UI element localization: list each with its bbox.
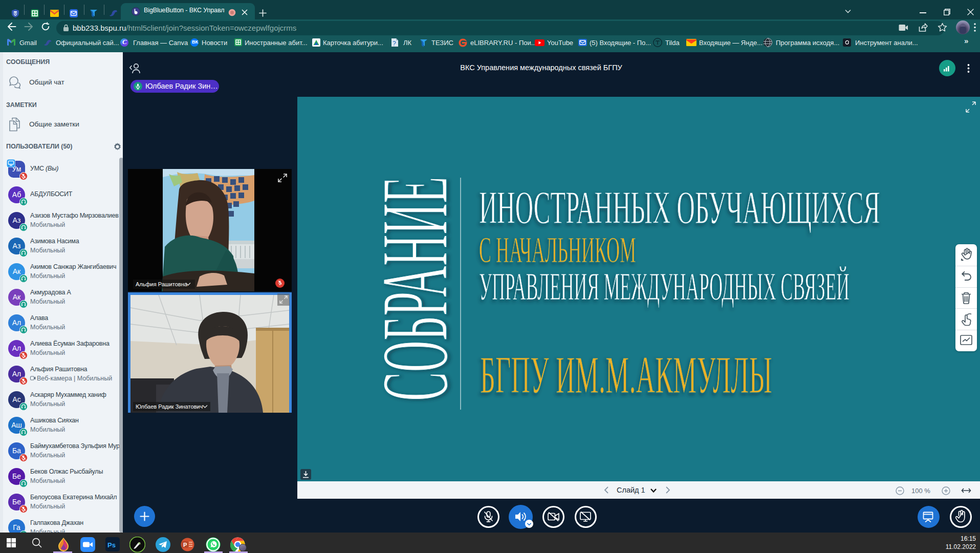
svg-text:P: P [183, 542, 187, 548]
svg-text:УПРАВЛЕНИЯ МЕЖДУНАРОДНЫХ СВЯЗЕ: УПРАВЛЕНИЯ МЕЖДУНАРОДНЫХ СВЯЗЕЙ [479, 265, 850, 308]
svg-text:Ps: Ps [107, 541, 116, 549]
svg-text:ИНОСТРАННЫХ ОБУЧАЮЩИХСЯ: ИНОСТРАННЫХ ОБУЧАЮЩИХСЯ [479, 182, 880, 233]
svg-text:БГПУ ИМ.М.АКМУЛЛЫ: БГПУ ИМ.М.АКМУЛЛЫ [480, 346, 772, 404]
svg-text:СОБРАНИЕ: СОБРАНИЕ [361, 177, 467, 401]
svg-text:Юлбаев Радик Зинатович: Юлбаев Радик Зинатович [136, 403, 203, 410]
svg-text:Альфия Рашитовна: Альфия Рашитовна [136, 281, 188, 287]
svg-text:С НАЧАЛЬНИКОМ: С НАЧАЛЬНИКОМ [479, 230, 636, 270]
